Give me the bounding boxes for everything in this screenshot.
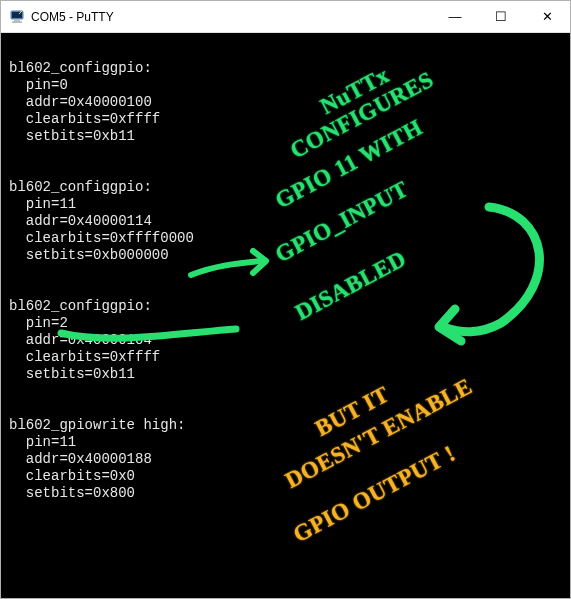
svg-rect-3 (12, 21, 22, 22)
title-bar[interactable]: COM5 - PuTTY — ☐ ✕ (1, 1, 570, 33)
svg-rect-2 (14, 20, 20, 22)
terminal[interactable]: bl602_configgpio: pin=0 addr=0x40000100 … (1, 33, 570, 598)
putty-icon (9, 9, 25, 25)
putty-window: COM5 - PuTTY — ☐ ✕ bl602_configgpio: pin… (0, 0, 571, 599)
close-button[interactable]: ✕ (524, 1, 570, 33)
minimize-button[interactable]: — (432, 1, 478, 33)
maximize-button[interactable]: ☐ (478, 1, 524, 33)
terminal-text: bl602_configgpio: pin=0 addr=0x40000100 … (1, 33, 570, 512)
window-title: COM5 - PuTTY (31, 10, 114, 24)
